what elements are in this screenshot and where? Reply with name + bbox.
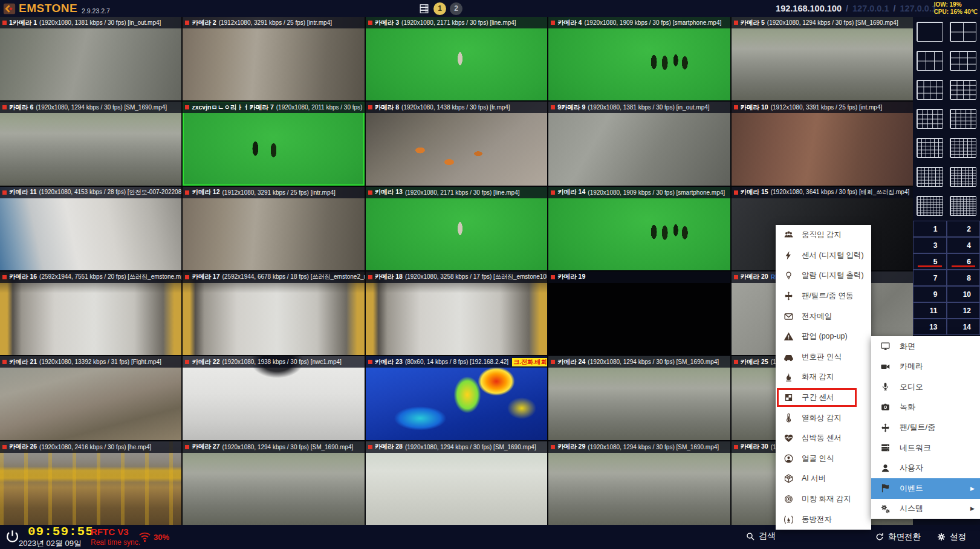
layout-option-13[interactable] <box>913 191 947 220</box>
channel-button-12[interactable]: 12 <box>947 302 980 319</box>
camera-tile-27[interactable]: 카메라 27(1920x1080, 1294 kbps / 30 fps) [S… <box>183 441 364 525</box>
layout-option-4[interactable] <box>947 46 980 75</box>
settings-menu-item-8[interactable]: 이벤트▶ <box>871 478 980 499</box>
event-menu-item-5[interactable]: 전자메일 <box>776 306 871 326</box>
page-button-1[interactable]: 1 <box>433 2 446 15</box>
event-menu-item-10[interactable]: 열화상 감지 <box>776 408 871 428</box>
layout-option-7[interactable] <box>913 104 947 133</box>
channel-button-14[interactable]: 14 <box>947 319 980 335</box>
camera-tile-22[interactable]: 카메라 22(1920x1080, 1938 kbps / 30 fps) [n… <box>183 356 364 440</box>
camera-tile-8[interactable]: 카메라 8(1920x1080, 1438 kbps / 30 fps) [fr… <box>366 102 547 185</box>
camera-tile-11[interactable]: 카메라 11(1920x1080, 4153 kbps / 28 fps) [안… <box>0 187 181 270</box>
event-menu-item-12[interactable]: 얼굴 인식 <box>776 449 871 469</box>
camera-tile-7[interactable]: zxcvjnㅁㄴㅇ리ㅏㅓ카메라 7(1920x1080, 2011 kbps /… <box>183 102 364 185</box>
layout-option-12[interactable] <box>947 162 980 191</box>
settings-menu-item-6[interactable]: 네트워크 <box>871 438 980 458</box>
event-menu-item-15[interactable]: 동방전자 <box>776 509 871 530</box>
event-menu-item-1[interactable]: 움직임 감지 <box>776 225 871 245</box>
record-icon <box>2 275 7 279</box>
event-menu-item-9[interactable]: 구간 센서 <box>776 388 871 408</box>
settings-menu-item-5[interactable]: 팬/틸트/줌 <box>871 417 980 438</box>
channel-button-7[interactable]: 7 <box>913 270 947 286</box>
settings-button[interactable]: 설정 <box>936 531 966 542</box>
camera-name: 카메라 6 <box>9 103 33 112</box>
layout-option-2[interactable] <box>947 17 980 46</box>
camera-tile-6[interactable]: 카메라 6(1920x1080, 1294 kbps / 30 fps) [SM… <box>0 102 181 185</box>
camera-tile-28[interactable]: 카메라 28(1920x1080, 1294 kbps / 30 fps) [S… <box>366 441 547 525</box>
settings-menu-item-1[interactable]: 화면 <box>871 336 980 357</box>
channel-button-4[interactable]: 4 <box>947 237 980 253</box>
camera-tile-10[interactable]: 카메라 10(1912x1080, 3391 kbps / 25 fps) [i… <box>732 102 913 185</box>
camera-info: (1920x1080, 1381 kbps / 30 fps) [in_out.… <box>588 104 709 111</box>
layout-option-11[interactable] <box>913 162 947 191</box>
camera-tile-23[interactable]: 카메라 23(80x60, 14 kbps / 8 fps) [192.168.… <box>366 356 547 440</box>
event-menu-label: 팝업 (pop-up) <box>802 331 848 342</box>
camera-tile-5[interactable]: 카메라 5(1920x1080, 1294 kbps / 30 fps) [SM… <box>732 17 913 100</box>
settings-menu-item-9[interactable]: 시스템▶ <box>871 499 980 519</box>
camera-tile-19[interactable]: 카메라 19 <box>548 271 730 355</box>
event-menu-item-14[interactable]: 미창 화재 감지 <box>776 489 871 510</box>
search-button[interactable]: 검색 <box>745 531 776 542</box>
event-menu-item-3[interactable]: 알람 (디지털 출력) <box>776 265 871 286</box>
event-menu-item-4[interactable]: 팬/틸트/줌 연동 <box>776 286 871 307</box>
settings-menu-item-7[interactable]: 사용자 <box>871 458 980 478</box>
camera-tile-29[interactable]: 카메라 29(1920x1080, 1294 kbps / 30 fps) [S… <box>548 441 730 525</box>
layout-option-14[interactable] <box>947 191 980 220</box>
channel-button-2[interactable]: 2 <box>947 221 980 237</box>
layout-option-1[interactable] <box>913 17 947 46</box>
camera-tile-21[interactable]: 카메라 21(1920x1080, 13392 kbps / 31 fps) [… <box>0 356 181 440</box>
camera-tile-12[interactable]: 카메라 12(1912x1080, 3291 kbps / 25 fps) [i… <box>183 187 364 270</box>
layout-option-9[interactable] <box>913 133 947 162</box>
event-menu-item-11[interactable]: 심박동 센서 <box>776 428 871 449</box>
camera-tile-1[interactable]: 1카메라 1(1920x1080, 1381 kbps / 30 fps) [i… <box>0 17 181 100</box>
camera-tile-26[interactable]: 카메라 26(1920x1080, 2416 kbps / 30 fps) [h… <box>0 441 181 525</box>
camera-title-bar: 카메라 10(1912x1080, 3391 kbps / 25 fps) [i… <box>732 102 913 113</box>
layout-option-6[interactable] <box>947 75 980 104</box>
screen-switch-button[interactable]: 화면전환 <box>875 531 921 542</box>
camera-tile-17[interactable]: 카메라 17(2592x1944, 6678 kbps / 18 fps) [쓰… <box>183 271 364 355</box>
record-icon <box>368 105 372 109</box>
camera-name: 카메라 3 <box>375 19 399 27</box>
event-menu-item-8[interactable]: 화재 감지 <box>776 367 871 388</box>
camera-tile-14[interactable]: 카메라 14(1920x1080, 1909 kbps / 30 fps) [s… <box>548 187 730 270</box>
camera-tile-18[interactable]: 카메라 18(1920x1080, 3258 kbps / 17 fps) [쓰… <box>366 271 547 355</box>
app-version: 2.9.23.2.7 <box>82 7 110 15</box>
camera-tile-9[interactable]: 9카메라 9(1920x1080, 1381 kbps / 30 fps) [i… <box>548 102 730 185</box>
event-menu-item-13[interactable]: AI 서버 <box>776 469 871 489</box>
channel-button-10[interactable]: 10 <box>947 286 980 302</box>
channel-button-6[interactable]: 6 <box>947 253 980 270</box>
camera-name: 카메라 5 <box>741 19 765 27</box>
channel-button-9[interactable]: 9 <box>913 286 947 302</box>
layout-option-5[interactable] <box>913 75 947 104</box>
channel-button-11[interactable]: 11 <box>913 302 947 319</box>
event-menu-label: 심박동 센서 <box>802 433 842 443</box>
settings-menu-item-3[interactable]: 오디오 <box>871 377 980 397</box>
layout-pages-icon[interactable] <box>418 3 430 15</box>
event-menu-item-2[interactable]: 센서 (디지털 입력) <box>776 245 871 266</box>
settings-menu-item-4[interactable]: 녹화 <box>871 397 980 418</box>
event-menu-item-7[interactable]: 번호판 인식 <box>776 347 871 368</box>
channel-button-8[interactable]: 8 <box>947 270 980 286</box>
settings-menu-item-2[interactable]: 카메라 <box>871 357 980 377</box>
camera-name: 카메라 24 <box>557 358 585 366</box>
camera-tile-2[interactable]: 카메라 2(1912x1080, 3291 kbps / 25 fps) [in… <box>183 17 364 100</box>
event-menu-label: 화재 감지 <box>802 372 834 382</box>
power-icon[interactable] <box>4 528 21 545</box>
camera-tile-4[interactable]: 카메라 4(1920x1080, 1909 kbps / 30 fps) [sm… <box>548 17 730 100</box>
channel-button-3[interactable]: 3 <box>913 237 947 253</box>
camera-tile-13[interactable]: 카메라 13(1920x1080, 2171 kbps / 30 fps) [l… <box>366 187 547 270</box>
event-menu-item-6[interactable]: 팝업 (pop-up) <box>776 326 871 347</box>
page-button-2[interactable]: 2 <box>450 2 462 15</box>
channel-button-13[interactable]: 13 <box>913 319 947 335</box>
channel-button-1[interactable]: 1 <box>913 221 947 237</box>
camera-name: 카메라 25 <box>741 358 768 366</box>
camera-tile-24[interactable]: 카메라 24(1920x1080, 1294 kbps / 30 fps) [S… <box>548 356 730 440</box>
layout-option-10[interactable] <box>947 133 980 162</box>
channel-button-5[interactable]: 5 <box>913 253 947 270</box>
camera-tile-16[interactable]: 카메라 16(2592x1944, 7551 kbps / 20 fps) [쓰… <box>0 271 181 355</box>
layout-option-8[interactable] <box>947 104 980 133</box>
layout-option-3[interactable] <box>913 46 947 75</box>
camera-tile-3[interactable]: 카메라 3(1920x1080, 2171 kbps / 30 fps) [li… <box>366 17 547 100</box>
heart-icon <box>783 433 794 443</box>
record-icon <box>185 360 189 364</box>
